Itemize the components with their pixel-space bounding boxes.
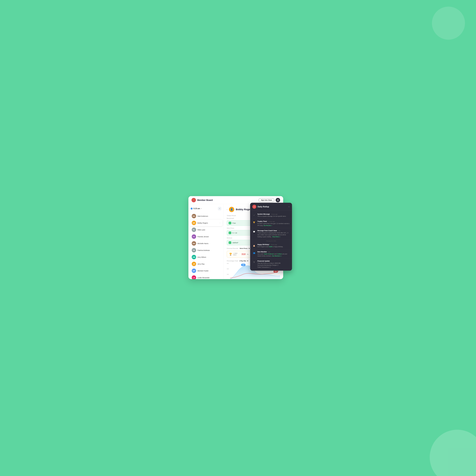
rollup-item-coach[interactable]: 💬 Message from Coach Sean ago I hope eve… <box>250 228 292 239</box>
time-text: 5:15 am <box>193 208 200 210</box>
trophy-icon: 🏆 <box>229 253 232 256</box>
new-member-text: Awe yeah! Sadie Anderson and 4 others ar… <box>257 253 290 257</box>
member-avatar: LA <box>192 275 196 279</box>
sidebar: 5:15 am ▾ + MAMatt AndersonBRBobby Roger… <box>188 204 224 279</box>
new-member-content: New Member ago Awe yeah! Sadie Anderson … <box>257 251 290 257</box>
chart-bubble-205: 205 <box>273 270 278 273</box>
member-avatar-large: 👤 <box>229 207 234 212</box>
member-avatar: MF <box>192 269 196 273</box>
chart-bubble-310: 310 <box>241 264 245 266</box>
coach-title: Message from Coach Sean ago <box>257 230 290 232</box>
date-divider: February 24, 2018 <box>250 239 292 242</box>
menu-line-3 <box>277 201 279 201</box>
time-indicator <box>191 208 193 210</box>
member-name-sidebar: Pamela Jensen <box>197 236 220 238</box>
sidebar-member-item[interactable]: RLRikki Lane <box>189 226 222 233</box>
member-avatar: AW <box>192 255 196 259</box>
pr-caret: ▾ <box>249 247 250 250</box>
rollup-logo: ≡ <box>252 205 256 209</box>
member-name-sidebar: Jerry Ray <box>197 263 220 265</box>
sidebar-member-item[interactable]: LALeslie Alexander <box>189 274 222 279</box>
member-name-sidebar: Matt Anderson <box>197 215 220 217</box>
rollup-item-birthday[interactable]: 🎂 Happy Birthday! 8 hours ago Don't forg… <box>250 242 292 249</box>
sign-in-button[interactable]: Sign Into Class <box>259 198 274 202</box>
trophy-rollup-icon: 🏆 <box>252 221 256 224</box>
birthday-icon: 🎂 <box>252 244 256 247</box>
rollup-item-new-member[interactable]: 👥 New Member ago Awe yeah! Sadie Anderso… <box>250 249 292 259</box>
rep-max-unit: lbs <box>247 254 249 255</box>
rollup-item-system[interactable]: ✓ System Message 4 hours ago This is a s… <box>250 212 292 219</box>
member-avatar: MH <box>192 241 196 246</box>
chevron-right-icon: › <box>220 222 220 224</box>
pr-type-dropdown[interactable]: Strict Press <box>240 248 248 249</box>
member-avatar: JR <box>192 262 196 266</box>
system-content: System Message 4 hours ago This is a sys… <box>257 213 290 217</box>
app-title: Member Board <box>197 199 213 202</box>
financial-text: Total Net Profit as of today is: $430,39… <box>257 262 290 268</box>
member-avatar: MA <box>192 214 196 218</box>
rollup-item-trophy[interactable]: 🏆 Trophy Time! 8 hours ago It's been a g… <box>250 219 292 228</box>
member-avatar: PJ <box>192 234 196 239</box>
financial-content: Financial Update Total Net Profit as of … <box>257 260 290 268</box>
member-avatar: BR <box>192 221 196 225</box>
financial-icon: $ <box>252 260 256 264</box>
app-logo: 🏃 <box>191 198 196 202</box>
birthday-title: Happy Birthday! 8 hours ago <box>257 244 290 245</box>
header-right: Sign Into Class <box>259 198 280 202</box>
member-name-sidebar: Bobby Rogers <box>197 222 218 224</box>
system-title: System Message 4 hours ago <box>257 213 290 215</box>
menu-line-1 <box>277 199 279 200</box>
birthday-person-link[interactable]: Dallin <box>269 246 273 247</box>
back-button[interactable]: ‹ <box>227 208 227 211</box>
see-members-link[interactable]: See Members » <box>272 255 282 257</box>
benchmark-icon: ✓ <box>229 222 231 224</box>
chart-type-dropdown[interactable]: 1 Rep Max <box>239 260 246 262</box>
time-caret: ▾ <box>201 208 202 209</box>
benchmark-value: Fran <box>232 222 236 224</box>
header-left: 🏃 Member Board <box>191 198 213 202</box>
time-display: 5:15 am ▾ <box>191 208 202 210</box>
chart-caret: ▾ <box>247 260 248 262</box>
member-name-sidebar: Michele Fowler <box>197 270 220 272</box>
rollup-header: ≡ Daily Rollup → <box>250 203 292 211</box>
others-link[interactable]: 4 others <box>277 253 282 255</box>
sadie-link[interactable]: Sadie Anderson <box>264 253 274 255</box>
system-text: This is a system message, for non-specif… <box>257 215 290 217</box>
sidebar-member-item[interactable]: MAMatt Anderson <box>189 213 222 219</box>
rollup-panel: ≡ Daily Rollup → ✓ System Message 4 hour… <box>250 203 292 271</box>
coach-icon: 💬 <box>252 230 256 234</box>
time-row: 5:15 am ▾ + <box>188 206 223 213</box>
rollup-back-button[interactable]: → <box>288 206 290 208</box>
member-name-sidebar: Leslie Alexander <box>197 277 220 279</box>
system-icon: ✓ <box>252 213 256 217</box>
sidebar-member-item[interactable]: MFMichele Fowler <box>189 267 222 274</box>
rep-max-label: 1 REP MAX <box>233 253 240 256</box>
add-button[interactable]: + <box>218 207 221 210</box>
member-avatar: PA <box>192 248 196 253</box>
menu-button[interactable] <box>276 198 280 202</box>
workout-icon: ✓ <box>229 241 231 244</box>
coach-content: Message from Coach Sean ago I hope every… <box>257 230 290 238</box>
y-label-200: 200 <box>227 274 229 275</box>
sidebar-member-item[interactable]: MHMichelle Harris <box>189 240 222 247</box>
new-member-icon: 👥 <box>252 251 256 255</box>
read-more-link[interactable]: Read More » <box>272 236 280 238</box>
birthday-content: Happy Birthday! 8 hours ago Don't forget… <box>257 244 290 248</box>
birthday-text: Don't forget to wish Dallin a happy birt… <box>257 246 290 248</box>
member-name-sidebar: Patricia Andrews <box>197 249 220 251</box>
chart-title: Percentage Chart: <box>227 260 238 262</box>
rollup-item-financial[interactable]: $ Financial Update Total Net Profit as o… <box>250 259 292 270</box>
sidebar-member-item[interactable]: AWAmy Wilson <box>189 254 222 260</box>
member-name-large: Bobby Rogers <box>236 208 252 211</box>
sidebar-member-item[interactable]: PJPamela Jensen <box>189 233 222 240</box>
workout-value: AMRAP <box>232 242 238 244</box>
member-name-sidebar: Rikki Lane <box>197 229 220 231</box>
rep-max-info: 1 REP MAX <box>233 253 240 256</box>
sidebar-member-item[interactable]: BRBobby Rogers› <box>189 220 222 226</box>
see-results-link[interactable]: See Results » <box>263 225 272 226</box>
rep-max-card: 🏆 1 REP MAX 310 lbs <box>227 251 251 258</box>
y-label-400: 400 <box>227 263 229 264</box>
sidebar-member-item[interactable]: JRJerry Ray <box>189 261 222 267</box>
financial-title: Financial Update <box>257 260 290 262</box>
sidebar-member-item[interactable]: PAPatricia Andrews <box>189 247 222 254</box>
